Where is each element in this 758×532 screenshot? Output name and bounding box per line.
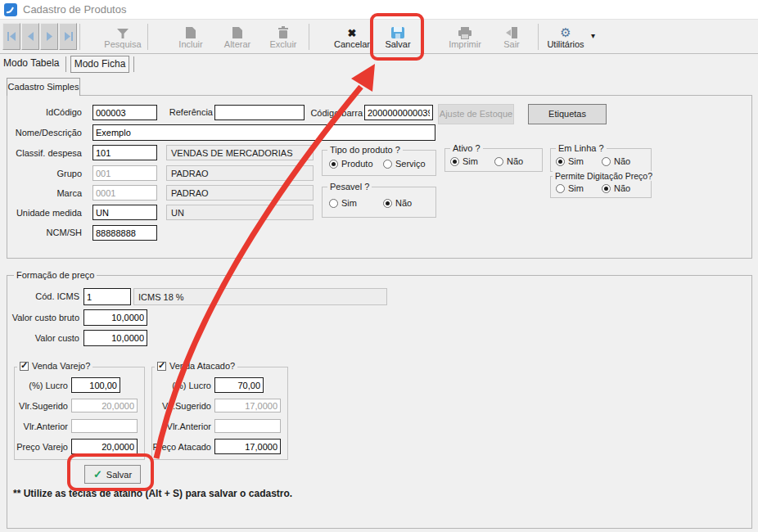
radio-ativo-nao[interactable]: Não bbox=[494, 156, 523, 166]
classif-input[interactable] bbox=[92, 145, 157, 160]
atacado-anterior-label: Vlr.Anterior bbox=[143, 422, 211, 431]
tipo-produto-caption: Tipo do produto ? bbox=[327, 145, 403, 155]
pesquisa-label: Pesquisa bbox=[98, 39, 147, 49]
unidade-desc-display: UN bbox=[166, 205, 314, 220]
marca-input[interactable] bbox=[92, 185, 157, 201]
incluir-button[interactable]: Incluir bbox=[169, 22, 213, 53]
classif-label: Classif. despesa bbox=[2, 148, 82, 158]
trash-icon bbox=[261, 22, 305, 39]
custo-input[interactable] bbox=[83, 330, 147, 346]
pesavel-caption: Pesavel ? bbox=[327, 182, 372, 192]
save-floppy-icon bbox=[376, 22, 420, 39]
varejo-lucro-input[interactable] bbox=[71, 377, 120, 393]
venda-atacado-caption[interactable]: ✓ Venda Atacado? bbox=[155, 361, 237, 371]
radio-pesavel-nao-label: Não bbox=[395, 198, 412, 208]
atacado-anterior-input[interactable] bbox=[214, 419, 281, 433]
last-record-icon bbox=[63, 32, 74, 41]
radio-servico-icon bbox=[383, 160, 392, 169]
radio-emlinha-sim-label: Sim bbox=[568, 156, 584, 166]
toolbar-separator bbox=[79, 24, 80, 50]
nome-input[interactable] bbox=[92, 124, 435, 141]
varejo-anterior-label: Vlr.Anterior bbox=[0, 422, 68, 431]
preco-varejo-input[interactable] bbox=[71, 439, 138, 454]
cod-icms-input[interactable] bbox=[83, 288, 131, 305]
ajuste-estoque-button[interactable]: Ajuste de Estoque bbox=[438, 104, 514, 124]
radio-permite-sim-icon bbox=[556, 184, 565, 193]
etiquetas-button[interactable]: Etiquetas bbox=[528, 104, 607, 124]
ncm-label: NCM/SH bbox=[2, 228, 82, 237]
toolbar: Pesquisa Incluir Alterar Excluir ✖ Cance… bbox=[0, 20, 758, 54]
nome-label: Nome/Descrição bbox=[2, 128, 82, 138]
cancel-x-icon: ✖ bbox=[328, 22, 376, 39]
radio-servico[interactable]: Serviço bbox=[383, 159, 426, 169]
ncm-input[interactable] bbox=[92, 225, 157, 241]
checkmark-icon: ✓ bbox=[20, 360, 28, 371]
radio-produto[interactable]: Produto bbox=[329, 159, 373, 169]
custo-bruto-input[interactable] bbox=[83, 309, 147, 326]
venda-varejo-caption[interactable]: ✓ Venda Varejo? bbox=[17, 361, 92, 371]
nav-last-button[interactable] bbox=[59, 23, 77, 50]
codigo-barra-label: Código barra bbox=[281, 108, 363, 118]
marca-desc-display: PADRAO bbox=[166, 185, 314, 201]
tab-cadastro-simples[interactable]: Cadastro Simples bbox=[7, 78, 80, 96]
venda-varejo-label: Venda Varejo? bbox=[32, 361, 90, 371]
tipo-produto-group: Tipo do produto ? Produto Serviço bbox=[322, 150, 436, 176]
radio-permite-nao[interactable]: Não bbox=[602, 183, 630, 193]
alterar-button[interactable]: Alterar bbox=[215, 22, 259, 53]
radio-emlinha-nao[interactable]: Não bbox=[602, 156, 630, 166]
tab-modo-ficha[interactable]: Modo Ficha bbox=[70, 56, 129, 73]
cancelar-button[interactable]: ✖ Cancelar bbox=[328, 22, 376, 53]
salvar-form-button[interactable]: ✓ Salvar bbox=[84, 465, 141, 484]
cod-icms-label: Cód. ICMS bbox=[0, 291, 79, 301]
grupo-desc-display: PADRAO bbox=[166, 165, 314, 181]
radio-ativo-sim[interactable]: Sim bbox=[450, 156, 478, 166]
nav-next-button[interactable] bbox=[40, 23, 58, 50]
ativo-group: Ativo ? Sim Não bbox=[444, 148, 543, 172]
em-linha-group: Em Linha ? Sim Não bbox=[550, 148, 652, 172]
edit-document-icon bbox=[215, 22, 259, 39]
tab-divider bbox=[65, 56, 66, 72]
atacado-sugerido-input[interactable] bbox=[214, 399, 281, 413]
next-record-icon bbox=[44, 32, 55, 41]
atacado-lucro-input[interactable] bbox=[214, 377, 264, 393]
salvar-toolbar-button[interactable]: Salvar bbox=[376, 22, 420, 53]
radio-ativo-sim-label: Sim bbox=[462, 156, 478, 166]
alterar-label: Alterar bbox=[215, 39, 259, 49]
sair-label: Sair bbox=[495, 39, 528, 49]
radio-emlinha-nao-label: Não bbox=[614, 156, 630, 166]
radio-pesavel-nao[interactable]: Não bbox=[383, 198, 412, 208]
varejo-sugerido-label: Vlr.Sugerido bbox=[0, 401, 68, 411]
toolbar-separator bbox=[309, 24, 309, 50]
varejo-anterior-input[interactable] bbox=[71, 419, 138, 433]
utilitarios-button[interactable]: ⚙ Utilitários bbox=[540, 22, 591, 53]
tab-modo-tabela[interactable]: Modo Tabela bbox=[3, 57, 60, 69]
unidade-input[interactable] bbox=[92, 205, 157, 220]
nav-first-button[interactable] bbox=[2, 23, 20, 50]
radio-pesavel-sim[interactable]: Sim bbox=[329, 198, 357, 208]
pesquisa-button[interactable]: Pesquisa bbox=[98, 22, 147, 53]
radio-permite-nao-label: Não bbox=[614, 183, 630, 193]
excluir-label: Excluir bbox=[261, 39, 305, 49]
utilitarios-label: Utilitários bbox=[540, 39, 591, 49]
gear-icon: ⚙ bbox=[540, 22, 591, 39]
radio-emlinha-sim[interactable]: Sim bbox=[556, 156, 584, 166]
varejo-sugerido-input[interactable] bbox=[71, 399, 138, 413]
preco-atacado-input[interactable] bbox=[214, 439, 281, 454]
imprimir-button[interactable]: Imprimir bbox=[441, 22, 489, 53]
radio-pesavel-nao-icon bbox=[383, 199, 392, 208]
venda-atacado-checkbox[interactable]: ✓ bbox=[157, 362, 166, 371]
permite-digitacao-group: Permite Digitação Preço? Sim Não bbox=[550, 176, 652, 198]
codigo-barra-input[interactable] bbox=[364, 105, 433, 120]
nav-prev-button[interactable] bbox=[21, 23, 39, 50]
grupo-input[interactable] bbox=[92, 165, 157, 181]
excluir-button[interactable]: Excluir bbox=[261, 22, 305, 53]
exit-door-icon bbox=[495, 22, 528, 39]
radio-servico-label: Serviço bbox=[395, 159, 426, 169]
radio-pesavel-sim-icon bbox=[329, 199, 338, 208]
radio-permite-sim[interactable]: Sim bbox=[556, 183, 584, 193]
sair-button[interactable]: Sair bbox=[495, 22, 528, 53]
custo-bruto-label: Valor custo bruto bbox=[0, 313, 79, 322]
venda-varejo-checkbox[interactable]: ✓ bbox=[20, 362, 29, 371]
utilitarios-dropdown-arrow[interactable]: ▾ bbox=[591, 31, 595, 40]
radio-pesavel-sim-label: Sim bbox=[341, 198, 357, 208]
